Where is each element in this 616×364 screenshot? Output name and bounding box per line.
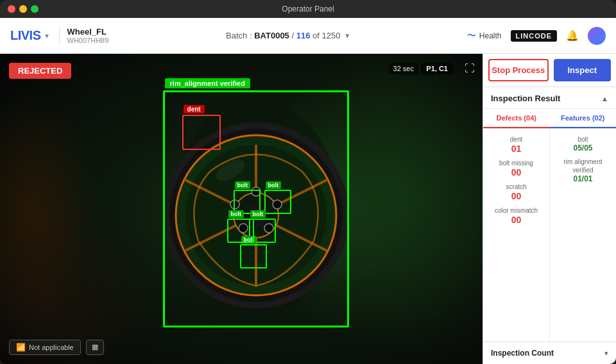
video-panel: rim_alignment verified dent bolt bolt bo… bbox=[0, 54, 483, 364]
health-button[interactable]: 〜 Health bbox=[467, 30, 502, 42]
dent-detection-box: dent bbox=[182, 115, 221, 150]
chevron-up-icon: ▲ bbox=[601, 95, 608, 103]
qr-badge[interactable]: ▦ bbox=[86, 340, 104, 355]
feature-bolt-name: bolt bbox=[558, 135, 608, 144]
bottom-badges: 📶 Not applicable ▦ bbox=[9, 340, 104, 355]
defect-color-mismatch-name: color mismatch bbox=[491, 206, 542, 215]
main-content: rim_alignment verified dent bolt bolt bo… bbox=[0, 54, 616, 364]
batch-dropdown-icon[interactable]: ▾ bbox=[345, 31, 350, 40]
tab-features[interactable]: Features (02) bbox=[550, 109, 617, 128]
dent-label: dent bbox=[184, 105, 205, 113]
feature-bolt: bolt 05/05 bbox=[552, 133, 613, 155]
chevron-down-icon: ▾ bbox=[604, 349, 608, 358]
bolt-box-2: bolt bbox=[264, 190, 291, 214]
car-reflection bbox=[0, 73, 109, 342]
logo-area[interactable]: LIVIS ▾ bbox=[10, 28, 49, 43]
result-tabs: Defects (04) Features (02) bbox=[483, 109, 616, 129]
defect-color-mismatch-value: 00 bbox=[491, 215, 542, 225]
feature-bolt-value: 05/05 bbox=[558, 144, 608, 153]
defect-scratch-name: scratch bbox=[491, 183, 542, 191]
bolt-label-5: bolt bbox=[228, 210, 244, 218]
bell-icon[interactable]: 🔔 bbox=[566, 29, 579, 42]
action-buttons: Stop Process Inspect bbox=[483, 54, 616, 87]
batch-label: Batch : bbox=[226, 31, 252, 40]
batch-id: BAT0005 bbox=[254, 31, 289, 40]
camera-badge: P1, C1 bbox=[421, 63, 453, 74]
batch-count: 116 bbox=[296, 31, 311, 40]
batch-of: of bbox=[312, 31, 321, 40]
fullscreen-button[interactable] bbox=[31, 5, 38, 13]
expand-icon[interactable]: ⛶ bbox=[465, 63, 475, 74]
health-wave-icon: 〜 bbox=[467, 30, 476, 42]
bolt-label-3: bolt bbox=[250, 210, 266, 218]
right-panel: Stop Process Inspect Inspection Result ▲… bbox=[483, 54, 616, 364]
traffic-lights bbox=[8, 5, 38, 13]
title-bar: Operator Panel bbox=[0, 0, 616, 18]
bolt-box-5: bolt bbox=[227, 219, 254, 243]
rim-alignment-label: rim_alignment verified bbox=[165, 78, 250, 88]
defect-dent-name: dent bbox=[491, 135, 542, 144]
device-id: WH007HH89 bbox=[67, 37, 109, 44]
avatar[interactable] bbox=[588, 27, 606, 45]
inspect-button[interactable]: Inspect bbox=[554, 59, 612, 81]
health-label: Health bbox=[479, 31, 502, 40]
timer-badge: 32 sec bbox=[389, 63, 418, 74]
results-columns: dent 01 bolt missing 00 scratch 00 color… bbox=[483, 129, 616, 342]
device-name: Wheel_FL bbox=[67, 27, 109, 37]
batch-info: Batch : BAT0005 / 116 of 1250 ▾ bbox=[119, 31, 456, 40]
tab-features-label: Features (02) bbox=[561, 114, 604, 122]
feature-rim-value: 01/01 bbox=[558, 174, 608, 183]
not-applicable-badge[interactable]: 📶 Not applicable bbox=[9, 340, 81, 355]
inspection-result-title: Inspection Result bbox=[491, 94, 560, 103]
feature-rim-name: rim alignment verified bbox=[558, 158, 608, 174]
header: LIVIS ▾ Wheel_FL WH007HH89 Batch : BAT00… bbox=[0, 18, 616, 54]
defect-color-mismatch: color mismatch 00 bbox=[486, 204, 547, 228]
defect-bolt-missing-value: 00 bbox=[491, 167, 542, 178]
batch-sep: / bbox=[291, 31, 296, 40]
window-title: Operator Panel bbox=[282, 4, 334, 13]
tab-defects[interactable]: Defects (04) bbox=[483, 109, 550, 128]
defect-bolt-missing: bolt missing 00 bbox=[486, 156, 547, 180]
detection-overlay: rim_alignment verified dent bolt bolt bo… bbox=[163, 90, 349, 327]
defects-column: dent 01 bolt missing 00 scratch 00 color… bbox=[483, 129, 550, 342]
qr-icon: ▦ bbox=[92, 343, 98, 351]
rejected-badge: REJECTED bbox=[9, 63, 71, 79]
logo: LIVIS bbox=[10, 28, 41, 43]
features-column: bolt 05/05 rim alignment verified 01/01 bbox=[550, 129, 616, 342]
batch-total: 1250 bbox=[322, 31, 341, 40]
defect-dent-value: 01 bbox=[491, 144, 542, 154]
defect-bolt-missing-name: bolt missing bbox=[491, 159, 542, 167]
video-background: rim_alignment verified dent bolt bolt bo… bbox=[0, 54, 483, 364]
not-applicable-label: Not applicable bbox=[29, 343, 74, 351]
inspection-count-footer[interactable]: Inspection Count ▾ bbox=[483, 342, 616, 364]
feature-rim-alignment: rim alignment verified 01/01 bbox=[552, 155, 613, 186]
defect-dent: dent 01 bbox=[486, 133, 547, 156]
defect-scratch: scratch 00 bbox=[486, 180, 547, 204]
device-info: Wheel_FL WH007HH89 bbox=[59, 27, 109, 44]
header-right: 〜 Health LINCODE 🔔 bbox=[467, 27, 606, 45]
bolt-box-4: bolt bbox=[240, 244, 267, 269]
wifi-off-icon: 📶 bbox=[16, 343, 26, 352]
bolt-label-2: bolt bbox=[266, 181, 282, 189]
inspection-result-header[interactable]: Inspection Result ▲ bbox=[483, 87, 616, 109]
close-button[interactable] bbox=[8, 5, 15, 13]
defect-scratch-value: 00 bbox=[491, 191, 542, 201]
lincode-logo: LINCODE bbox=[511, 30, 558, 42]
stop-process-button[interactable]: Stop Process bbox=[488, 59, 549, 81]
bolt-label-1: bolt bbox=[235, 181, 251, 189]
logo-caret-icon: ▾ bbox=[45, 31, 49, 40]
minimize-button[interactable] bbox=[19, 5, 27, 13]
inspection-count-label: Inspection Count bbox=[491, 349, 554, 358]
tab-defects-label: Defects (04) bbox=[497, 114, 536, 122]
